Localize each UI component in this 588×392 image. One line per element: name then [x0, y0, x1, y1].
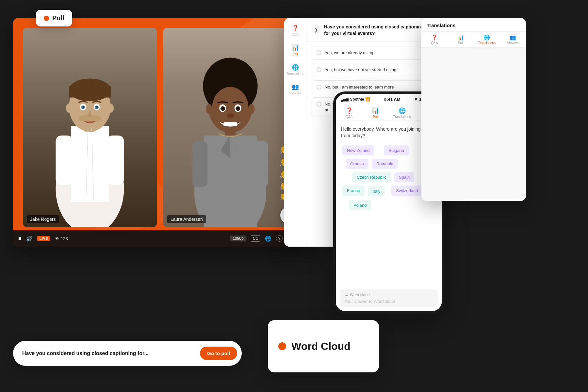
trans-tab-viewers[interactable]: 👥 Viewers [500, 32, 526, 47]
go-to-poll-button[interactable]: Go to poll [200, 347, 237, 360]
phone-tab-poll[interactable]: 📊 Poll [362, 105, 389, 121]
trans-tab-translations[interactable]: 🌐 Translations [474, 32, 500, 47]
tag-czech-republic[interactable]: Czech Republic [352, 172, 391, 182]
phone-poll-label: Poll [373, 115, 378, 119]
tag-romania[interactable]: Romania [372, 159, 398, 169]
trans-qa-label: Q&A [431, 41, 438, 45]
poll-dot [44, 16, 49, 21]
nav-poll[interactable]: 📊 Poll [284, 40, 306, 60]
globe-icon[interactable]: 🌐 [265, 236, 271, 242]
phone-tab-translations[interactable]: 🌐 Translations [389, 105, 415, 121]
quality-badge[interactable]: 1080p [230, 236, 246, 241]
viewer-count: 👁 123 [55, 236, 68, 241]
trans-trans-label: Translations [478, 41, 496, 45]
video-feed-jake: Jake Rogers [23, 28, 157, 227]
tag-spain[interactable]: Spain [394, 172, 414, 182]
poll-option-1[interactable]: Yes, we are already using it [312, 46, 426, 60]
phone-trans-icon: 🌐 [399, 107, 406, 114]
nav-viewers[interactable]: 👥 Viewers [284, 79, 306, 99]
bluetooth-icon: ❋ [414, 97, 417, 102]
svg-rect-41 [253, 141, 268, 187]
svg-point-13 [83, 106, 84, 108]
chevron-right-btn[interactable]: ❯ [312, 25, 321, 34]
translations-nav-tabs: ❓ Q&A 📊 Poll 🌐 Translations 👥 Viewers [421, 32, 526, 48]
status-time: 9:41 AM [384, 97, 400, 102]
tag-france[interactable]: France [342, 186, 365, 196]
word-cloud-title: Word Cloud [291, 340, 351, 352]
viewers-nav-icon: 👥 [292, 83, 299, 90]
tag-italy[interactable]: Italy [368, 186, 385, 196]
trans-tab-qa[interactable]: ❓ Q&A [421, 32, 448, 47]
phone-poll-icon: 📊 [372, 107, 379, 114]
trans-tab-poll[interactable]: 📊 Poll [448, 32, 474, 47]
trans-poll-label: Poll [458, 41, 464, 45]
svg-point-39 [249, 104, 255, 114]
notification-bar: Have you considered using closed caption… [13, 341, 242, 366]
option-text-2: Yes, but we have not yet started using i… [325, 67, 400, 73]
nav-translations[interactable]: 🌐 Translations [284, 60, 306, 79]
trans-trans-icon: 🌐 [483, 34, 490, 41]
notification-text: Have you considered using closed caption… [22, 351, 193, 356]
trans-viewers-label: Viewers [507, 41, 518, 45]
captions-icon[interactable]: CC [251, 235, 260, 242]
radio-3 [317, 85, 321, 90]
translations-content [421, 48, 526, 201]
video-feed-laura: 👏 👏 👏 👏 👏 Laura Andersen [163, 28, 297, 227]
translations-title: Translations [427, 23, 455, 28]
translations-header: Translations [421, 18, 526, 32]
tag-poland[interactable]: Poland [349, 200, 371, 210]
wifi-icon: 📶 [365, 97, 370, 102]
svg-rect-30 [223, 122, 237, 126]
volume-icon[interactable]: 🔊 [26, 236, 33, 242]
svg-point-14 [96, 106, 98, 108]
translations-panel: Translations ❓ Q&A 📊 Poll 🌐 Translations… [421, 18, 526, 201]
svg-rect-19 [56, 136, 73, 185]
help-icon[interactable]: ? [276, 235, 283, 242]
tag-croatia[interactable]: Croatia [346, 159, 368, 169]
svg-point-36 [237, 107, 239, 109]
status-carrier: ▄▅▆ SpotMe 📶 [341, 97, 370, 102]
side-panel-nav: ❓ Q&A 📊 Poll 🌐 Translations 👥 Viewers [284, 18, 306, 247]
signal-bars: ▄▅▆ [341, 98, 349, 101]
phone-trans-label: Translations [393, 115, 411, 119]
poll-nav-icon: 📊 [292, 44, 299, 51]
word-cloud-dot [278, 342, 286, 350]
option-text-3: No, but I am interested to learn more [325, 84, 394, 90]
radio-2 [317, 67, 321, 72]
cloud-icon: ☁ [344, 293, 348, 297]
trans-poll-icon: 📊 [457, 34, 464, 41]
qa-nav-icon: ❓ [292, 24, 299, 32]
option-text-1: Yes, we are already using it [325, 50, 377, 56]
translations-nav-label: Translations [286, 72, 304, 75]
phone-wc-header: ☁ Word cloud [344, 293, 433, 297]
laura-name-tag: Laura Andersen [167, 215, 206, 223]
stop-icon[interactable]: ■ [18, 236, 22, 241]
poll-question: Have you considered using closed caption… [324, 24, 426, 37]
tag-new-zeland[interactable]: New Zeland [342, 145, 374, 155]
poll-badge: Poll [36, 10, 72, 26]
tag-switzerland[interactable]: Switzerland [391, 186, 422, 196]
phone-tab-qa[interactable]: ❓ Q&A [336, 105, 362, 121]
poll-label: Poll [52, 14, 64, 22]
svg-rect-3 [71, 126, 109, 202]
svg-point-37 [226, 113, 234, 118]
eye-icon: 👁 [55, 236, 59, 241]
trans-qa-icon: ❓ [431, 34, 438, 41]
poll-nav-label: Poll [292, 52, 298, 56]
svg-point-16 [108, 104, 114, 113]
svg-point-15 [66, 104, 72, 113]
svg-rect-20 [107, 136, 124, 185]
svg-point-35 [222, 107, 224, 109]
phone-word-cloud-section: ☁ Word cloud Your answer to Word cloud [340, 289, 438, 307]
poll-option-2[interactable]: Yes, but we have not yet started using i… [312, 63, 426, 77]
qa-nav-label: Q&A [292, 33, 299, 36]
phone-wc-placeholder[interactable]: Your answer to Word cloud [344, 299, 433, 304]
viewers-nav-label: Viewers [289, 91, 301, 95]
phone-qa-icon: ❓ [346, 107, 353, 114]
radio-1 [317, 50, 321, 55]
tag-bulgaria[interactable]: Bulgaria [384, 145, 409, 155]
nav-qa[interactable]: ❓ Q&A [284, 21, 306, 40]
trans-viewers-icon: 👥 [510, 34, 516, 41]
svg-rect-40 [192, 141, 207, 187]
jake-name-tag: Jake Rogers [27, 215, 59, 223]
